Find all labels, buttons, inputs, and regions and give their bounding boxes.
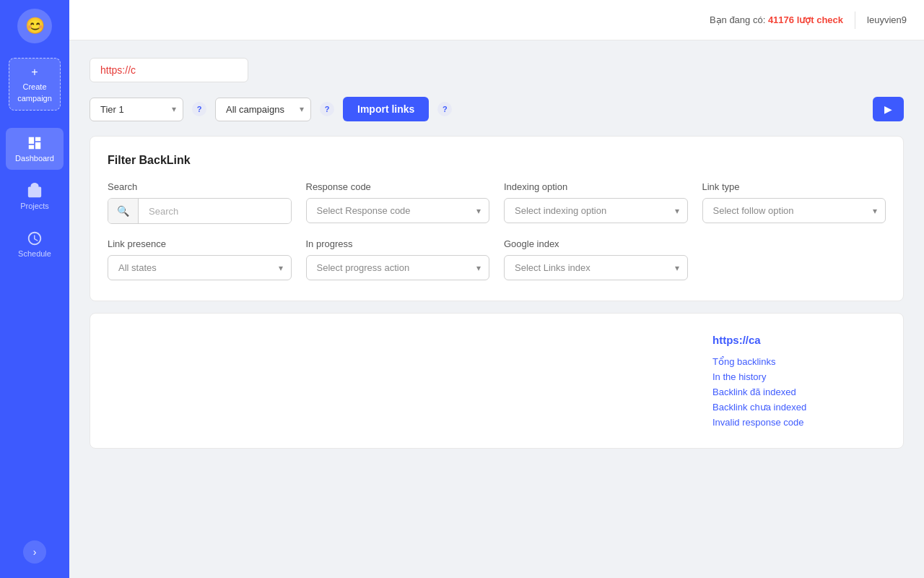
stats-item-4[interactable]: Invalid response code — [712, 417, 886, 428]
topbar-divider — [855, 12, 855, 29]
projects-icon — [27, 183, 43, 199]
link-presence-select[interactable]: All states — [108, 255, 292, 280]
link-presence-label: Link presence — [108, 238, 292, 249]
sidebar-item-projects[interactable]: Projects — [6, 176, 64, 217]
search-label: Search — [108, 181, 292, 192]
in-progress-select[interactable]: Select progress action — [306, 255, 490, 280]
sidebar-item-dashboard[interactable]: Dashboard — [6, 128, 64, 170]
toolbar-row: Tier 1 Tier 2 Tier 3 ▾ ? All campaigns ▾… — [90, 97, 904, 121]
expand-icon: › — [33, 546, 37, 558]
stats-list: Tổng backlinks In the history Backlink đ… — [712, 356, 886, 428]
stats-card: https://ca Tổng backlinks In the history… — [90, 313, 904, 449]
campaign-select[interactable]: All campaigns — [215, 98, 311, 121]
topbar-info: Bạn đang có: 41176 lượt check — [710, 14, 843, 25]
dashboard-icon — [27, 135, 43, 151]
stats-item-3[interactable]: Backlink chưa indexed — [712, 402, 886, 413]
topbar-prefix: Bạn đang có: — [710, 14, 768, 25]
import-help-icon[interactable]: ? — [437, 102, 452, 116]
response-code-select-wrapper: Select Response code ▾ — [306, 198, 490, 223]
filter-card: Filter BackLink Search 🔍 Response code — [90, 136, 904, 301]
search-input[interactable] — [139, 199, 291, 223]
sidebar-item-schedule[interactable]: Schedule — [6, 223, 64, 265]
campaign-select-wrapper: All campaigns ▾ — [215, 98, 311, 121]
sidebar-nav: Dashboard Projects Schedule — [0, 128, 69, 265]
topbar: Bạn đang có: 41176 lượt check leuyvien9 — [69, 0, 924, 40]
filter-link-presence-field: Link presence All states ▾ — [108, 238, 292, 280]
action-button[interactable]: ▶ — [873, 97, 904, 121]
topbar-highlight: 41176 lượt check — [768, 14, 843, 25]
topbar-user: leuyvien9 — [867, 14, 907, 25]
sidebar: 😊 + Create campaign Dashboard Projects S… — [0, 0, 69, 578]
link-type-select[interactable]: Select follow option — [702, 198, 886, 223]
filter-response-code-field: Response code Select Response code ▾ — [306, 181, 490, 224]
in-progress-select-wrapper: Select progress action ▾ — [306, 255, 490, 280]
url-input[interactable] — [90, 58, 248, 82]
filter-indexing-field: Indexing option Select indexing option ▾ — [504, 181, 688, 224]
sidebar-item-dashboard-label: Dashboard — [15, 154, 54, 163]
main-area: Bạn đang có: 41176 lượt check leuyvien9 … — [69, 0, 924, 578]
link-type-label: Link type — [702, 181, 886, 192]
stats-content: https://ca Tổng backlinks In the history… — [712, 334, 886, 428]
create-campaign-label: Create campaign — [17, 82, 52, 102]
search-icon-button[interactable]: 🔍 — [108, 199, 139, 223]
link-type-select-wrapper: Select follow option ▾ — [702, 198, 886, 223]
app-logo[interactable]: 😊 — [17, 9, 52, 43]
stats-url: https://ca — [712, 334, 886, 346]
response-code-label: Response code — [306, 181, 490, 192]
sidebar-item-schedule-label: Schedule — [18, 249, 51, 258]
filter-link-type-field: Link type Select follow option ▾ — [702, 181, 886, 224]
filter-google-index-field: Google index Select Links index ▾ — [504, 238, 688, 280]
filter-row-1: Search 🔍 Response code Select Response c… — [108, 181, 886, 224]
filter-search-field: Search 🔍 — [108, 181, 292, 224]
url-bar-row — [90, 58, 904, 82]
in-progress-label: In progress — [306, 238, 490, 249]
schedule-icon — [27, 230, 43, 246]
tier-select[interactable]: Tier 1 Tier 2 Tier 3 — [90, 98, 183, 121]
link-presence-select-wrapper: All states ▾ — [108, 255, 292, 280]
sidebar-expand-button[interactable]: › — [23, 540, 46, 564]
create-campaign-button[interactable]: + Create campaign — [9, 58, 61, 111]
indexing-select-wrapper: Select indexing option ▾ — [504, 198, 688, 223]
indexing-select[interactable]: Select indexing option — [504, 198, 688, 223]
campaign-help-icon[interactable]: ? — [320, 102, 334, 116]
sidebar-item-projects-label: Projects — [20, 202, 49, 210]
response-code-select[interactable]: Select Response code — [306, 198, 490, 223]
plus-icon: + — [17, 64, 53, 80]
filter-title: Filter BackLink — [108, 154, 886, 167]
filter-in-progress-field: In progress Select progress action ▾ — [306, 238, 490, 280]
stats-item-1[interactable]: In the history — [712, 371, 886, 382]
tier-help-icon[interactable]: ? — [192, 102, 206, 116]
logo-icon: 😊 — [25, 17, 45, 35]
google-index-select-wrapper: Select Links index ▾ — [504, 255, 688, 280]
page-content: Tier 1 Tier 2 Tier 3 ▾ ? All campaigns ▾… — [69, 40, 924, 578]
stats-item-0[interactable]: Tổng backlinks — [712, 356, 886, 367]
search-input-wrapper: 🔍 — [108, 198, 292, 224]
tier-select-wrapper: Tier 1 Tier 2 Tier 3 ▾ — [90, 98, 183, 121]
indexing-label: Indexing option — [504, 181, 688, 192]
google-index-label: Google index — [504, 238, 688, 249]
google-index-select[interactable]: Select Links index — [504, 255, 688, 280]
filter-row-2: Link presence All states ▾ In progress S… — [108, 238, 886, 280]
import-links-button[interactable]: Import links — [343, 97, 429, 121]
stats-item-2[interactable]: Backlink đã indexed — [712, 387, 886, 397]
